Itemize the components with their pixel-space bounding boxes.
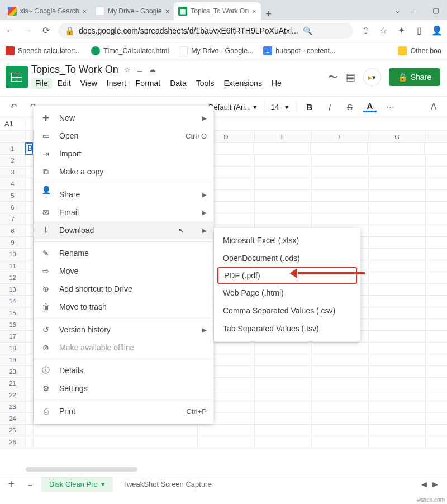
back-icon[interactable]: ← [4,26,16,36]
star-icon[interactable]: ☆ [378,25,389,36]
new-tab-button[interactable]: + [261,8,277,20]
menu-print[interactable]: ⎙PrintCtrl+P [34,402,213,420]
row-head[interactable]: 15 [0,307,26,318]
menu-open[interactable]: ▭OpenCtrl+O [34,127,213,145]
collapse-icon[interactable]: ᐱ [427,102,440,112]
all-sheets-icon[interactable]: ≡ [23,480,37,488]
menu-download[interactable]: ⭳Download↖ ▶ [34,221,213,239]
row-head[interactable]: 17 [0,331,26,342]
row-head[interactable]: 6 [0,202,26,213]
share-icon[interactable]: ⇪ [360,25,371,36]
move-icon[interactable]: ▭ [136,65,143,74]
url-field[interactable]: 🔒 docs.google.com/spreadsheets/d/1ba5vxE… [58,23,353,39]
cell[interactable]: B [25,142,33,155]
menu-import[interactable]: ⇥Import [34,145,213,163]
menu-share[interactable]: 👤⁺Share▶ [34,186,213,203]
download-csv[interactable]: Comma Separated Values (.csv) [214,302,360,320]
browser-tab[interactable]: xls - Google Search × [3,2,91,20]
row-head[interactable]: 1 [0,143,26,154]
row-head[interactable]: 20 [0,366,26,377]
activity-icon[interactable]: 〜 [328,70,338,84]
menu-settings[interactable]: ⚙Settings [34,379,213,397]
font-selector[interactable]: Default (Ari... ▾ [208,103,256,111]
sheet-nav-right-icon[interactable]: ▶ [432,480,438,488]
menu-add-shortcut[interactable]: ⊕Add shortcut to Drive [34,280,213,298]
cloud-icon[interactable]: ☁ [149,65,156,74]
close-icon[interactable]: × [165,7,170,16]
row-head[interactable]: 26 [0,436,26,448]
text-color-icon[interactable]: A [363,101,377,112]
row-head[interactable]: 25 [0,425,26,436]
col-head[interactable]: G [369,131,426,142]
col-head[interactable]: E [255,131,312,142]
strike-icon[interactable]: S [343,102,356,112]
row-head[interactable]: 7 [0,213,26,225]
bookmark-item[interactable]: ▲My Drive - Google... [179,46,253,55]
close-icon[interactable]: × [82,7,87,16]
download-xlsx[interactable]: Microsoft Excel (.xlsx) [214,231,360,249]
forward-icon[interactable]: → [22,26,34,36]
row-head[interactable]: 21 [0,378,26,389]
menu-email[interactable]: ✉Email▶ [34,203,213,221]
row-head[interactable]: 12 [0,272,26,283]
row-head[interactable]: 24 [0,413,26,424]
bold-icon[interactable]: B [303,102,316,112]
row-head[interactable]: 11 [0,260,26,272]
comment-icon[interactable]: ▤ [346,71,355,83]
share-button[interactable]: 🔒Share [389,68,440,86]
menu-insert[interactable]: Insert [103,78,130,89]
maximize-icon[interactable]: ▢ [432,6,439,15]
menu-version-history[interactable]: ↺Version history▶ [34,321,213,339]
row-head[interactable]: 23 [0,401,26,412]
meet-icon[interactable]: ▸ ▾ [363,68,381,86]
bookmark-item[interactable]: Speech calculator:... [6,46,81,55]
row-head[interactable]: 4 [0,178,26,189]
menu-extensions[interactable]: Extensions [220,78,265,89]
menu-trash[interactable]: 🗑Move to trash [34,298,213,316]
row-head[interactable]: 19 [0,354,26,365]
chevron-down-icon[interactable]: ⌄ [394,6,401,15]
row-head[interactable]: 10 [0,249,26,260]
more-icon[interactable]: ⋯ [383,102,397,112]
add-sheet-button[interactable]: + [3,478,19,491]
menu-data[interactable]: Data [166,78,191,89]
horizontal-scrollbar[interactable] [26,467,438,473]
name-box[interactable]: A1 [0,120,26,128]
sheet-tab-active[interactable]: Disk Clean Pro▾ [41,477,113,492]
italic-icon[interactable]: I [323,102,336,112]
reload-icon[interactable]: ⟳ [40,25,51,36]
close-icon[interactable]: × [252,7,256,16]
download-html[interactable]: Web Page (.html) [214,284,360,302]
minimize-icon[interactable]: — [413,6,420,15]
row-head[interactable]: 16 [0,319,26,330]
chevron-down-icon[interactable]: ▾ [101,480,105,488]
sheets-logo-icon[interactable] [6,66,28,88]
row-head[interactable]: 18 [0,343,26,354]
menu-tools[interactable]: Tools [192,78,218,89]
bookmark-item[interactable]: ≡hubspot - content... [263,46,335,55]
menu-format[interactable]: Format [132,78,164,89]
avatar-icon[interactable]: 👤 [431,25,443,36]
menu-view[interactable]: View [77,78,101,89]
menu-rename[interactable]: ✎Rename [34,244,213,262]
undo-icon[interactable]: ↶ [7,102,20,112]
row-head[interactable]: 9 [0,237,26,248]
bookmark-item[interactable]: Other boo [398,46,441,55]
row-head[interactable]: 2 [0,155,26,166]
extensions-icon[interactable]: ✦ [396,25,407,36]
row-head[interactable]: 14 [0,296,26,307]
menu-file[interactable]: File [31,78,52,89]
font-size[interactable]: 14 ▾ [271,103,289,111]
sheet-nav-left-icon[interactable]: ◀ [421,480,427,488]
browser-tab[interactable]: ▲ My Drive - Google × [91,2,174,20]
download-ods[interactable]: OpenDocument (.ods) [214,249,360,267]
menu-move[interactable]: ⇨Move [34,262,213,280]
row-head[interactable]: 13 [0,284,26,295]
download-tsv[interactable]: Tab Separated Values (.tsv) [214,320,360,337]
menu-edit[interactable]: Edit [54,78,75,89]
zoom-icon[interactable]: 🔍 [303,26,312,35]
document-title[interactable]: Topics_To Work On [31,64,118,75]
star-icon[interactable]: ☆ [124,65,131,74]
sidepanel-icon[interactable]: ▯ [413,25,425,36]
menu-new[interactable]: ✚New▶ [34,109,213,127]
